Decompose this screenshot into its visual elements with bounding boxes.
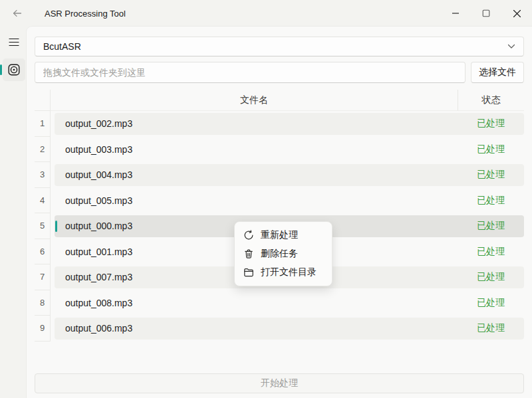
select-file-button[interactable]: 选择文件 (471, 62, 524, 83)
main-panel: BcutASR 选择文件 文件名 状态 1 output_002.mp3 (27, 27, 532, 398)
row-filename: output_004.mp3 (55, 169, 458, 180)
table-row[interactable]: 9 output_006.mp3 已处理 (35, 316, 524, 342)
folder-icon (243, 267, 254, 278)
status-badge: 已处理 (458, 144, 524, 155)
sidebar (0, 27, 27, 398)
row-index: 3 (35, 162, 51, 188)
status-badge: 已处理 (458, 195, 524, 207)
row-content[interactable]: output_002.mp3 已处理 (55, 113, 524, 135)
row-index: 1 (35, 111, 51, 137)
close-icon (513, 9, 521, 18)
close-button[interactable] (501, 0, 532, 27)
menu-item-label: 打开文件目录 (261, 266, 317, 278)
status-badge: 已处理 (458, 271, 524, 283)
row-index: 9 (35, 316, 51, 342)
row-content[interactable]: output_003.mp3 已处理 (55, 138, 524, 160)
status-badge: 已处理 (458, 220, 524, 232)
header-index-column (35, 90, 51, 111)
header-filename: 文件名 (51, 90, 458, 111)
chevron-down-icon (507, 44, 515, 49)
start-processing-button[interactable]: 开始处理 (35, 373, 524, 393)
minimize-icon (452, 9, 460, 17)
engine-dropdown-value: BcutASR (43, 41, 81, 52)
trash-icon (243, 249, 254, 259)
titlebar: ASR Processing Tool (0, 0, 532, 27)
app-window: ASR Processing Tool (0, 0, 532, 398)
status-badge: 已处理 (458, 169, 524, 181)
row-content[interactable]: output_008.mp3 已处理 (55, 292, 524, 314)
window-controls (440, 0, 532, 27)
row-filename: output_002.mp3 (55, 118, 458, 129)
row-index: 5 (35, 213, 51, 239)
status-badge: 已处理 (458, 297, 524, 309)
page-title: ASR Processing Tool (45, 9, 126, 19)
row-content[interactable]: output_004.mp3 已处理 (55, 164, 524, 186)
file-input-row: 选择文件 (35, 62, 524, 83)
lens-record-icon (7, 63, 21, 76)
arrow-left-icon (12, 8, 23, 19)
table-row[interactable]: 4 output_005.mp3 已处理 (35, 188, 524, 214)
status-badge: 已处理 (458, 246, 524, 258)
drop-files-input[interactable] (35, 62, 466, 83)
sidebar-item-asr-tool[interactable] (3, 58, 25, 81)
menu-item-label: 重新处理 (261, 229, 298, 241)
row-index: 4 (35, 188, 51, 214)
row-filename: output_005.mp3 (55, 195, 458, 206)
menu-item-delete-task[interactable]: 删除任务 (235, 245, 332, 263)
row-filename: output_008.mp3 (55, 298, 458, 308)
engine-dropdown[interactable]: BcutASR (35, 37, 524, 56)
row-content[interactable]: output_005.mp3 已处理 (55, 189, 524, 211)
row-index: 7 (35, 264, 51, 290)
table-row[interactable]: 8 output_008.mp3 已处理 (35, 290, 524, 316)
refresh-icon (243, 230, 254, 241)
back-button[interactable] (9, 5, 26, 22)
row-filename: output_003.mp3 (55, 144, 458, 155)
header-status: 状态 (458, 90, 524, 111)
task-table: 文件名 状态 1 output_002.mp3 已处理 2 output_003… (35, 90, 524, 342)
maximize-button[interactable] (471, 0, 501, 27)
table-header: 文件名 状态 (35, 90, 524, 111)
status-badge: 已处理 (458, 118, 524, 130)
menu-toggle-button[interactable] (4, 32, 24, 52)
menu-item-label: 删除任务 (261, 248, 298, 260)
row-filename: output_006.mp3 (55, 323, 458, 334)
menu-item-open-folder[interactable]: 打开文件目录 (235, 263, 332, 282)
row-index: 8 (35, 290, 51, 316)
context-menu: 重新处理 删除任务 打开文件目录 (234, 221, 332, 286)
status-badge: 已处理 (458, 322, 524, 334)
minimize-button[interactable] (440, 0, 471, 27)
maximize-icon (482, 9, 490, 17)
table-row[interactable]: 2 output_003.mp3 已处理 (35, 137, 524, 163)
menu-item-reprocess[interactable]: 重新处理 (235, 226, 332, 245)
row-content[interactable]: output_006.mp3 已处理 (55, 318, 524, 340)
row-index: 2 (35, 137, 51, 163)
hamburger-icon (9, 38, 19, 47)
table-row[interactable]: 3 output_004.mp3 已处理 (35, 162, 524, 188)
row-index: 6 (35, 239, 51, 265)
table-row[interactable]: 1 output_002.mp3 已处理 (35, 111, 524, 137)
selection-accent-bar (0, 64, 2, 75)
